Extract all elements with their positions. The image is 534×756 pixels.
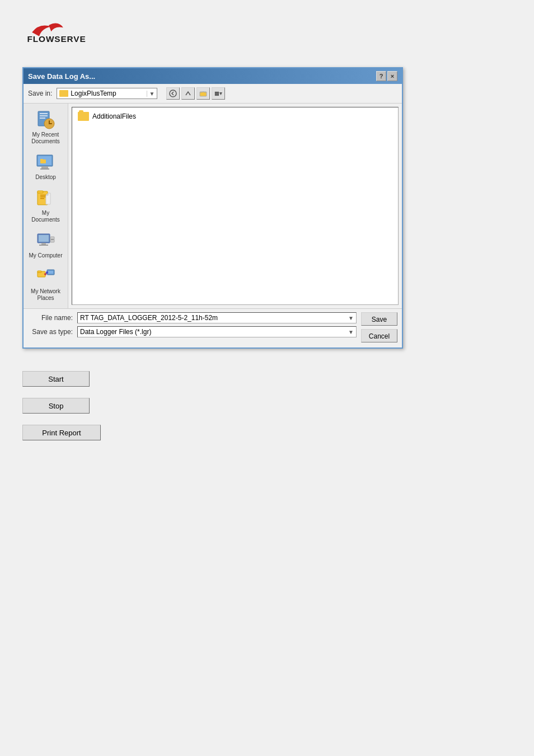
svg-rect-11 xyxy=(40,168,49,170)
filename-combo-arrow: ▼ xyxy=(348,315,354,321)
filename-row: File name: RT TAG_DATA_LOGGER_2012-5-2_1… xyxy=(28,312,357,323)
save-in-combo[interactable]: LogixPlusTemp ▼ xyxy=(57,88,157,99)
savetype-row: Save as type: Data Logger Files (*.lgr) … xyxy=(28,326,357,337)
sidebar-item-recent[interactable]: My RecentDocuments xyxy=(26,108,65,147)
svg-rect-15 xyxy=(38,191,43,193)
sidebar-item-computer[interactable]: My Computer xyxy=(26,229,65,261)
dialog-titlebar: Save Data Log As... ? × xyxy=(24,68,402,84)
folder-icon-small xyxy=(59,90,68,97)
dialog-content: My RecentDocuments Desktop xyxy=(24,104,402,308)
main-buttons-area: Start Stop Print Report xyxy=(0,354,534,457)
save-as-type-value: Data Logger Files (*.lgr) xyxy=(80,328,151,336)
file-name-label: File name: xyxy=(28,314,73,322)
save-in-row: Save in: LogixPlusTemp ▼ ▦▾ xyxy=(24,84,402,104)
svg-rect-5 xyxy=(40,115,48,116)
svg-rect-22 xyxy=(39,245,48,246)
file-name-additional: AdditionalFiles xyxy=(92,112,136,120)
print-report-button[interactable]: Print Report xyxy=(22,425,101,440)
svg-point-30 xyxy=(44,273,46,275)
help-button[interactable]: ? xyxy=(376,71,386,81)
combo-arrow-icon: ▼ xyxy=(147,91,154,97)
my-documents-icon xyxy=(36,189,56,209)
svg-rect-24 xyxy=(51,239,54,240)
view-button[interactable]: ▦▾ xyxy=(212,87,225,100)
my-documents-label: My Documents xyxy=(29,210,63,223)
my-computer-label: My Computer xyxy=(29,252,62,259)
svg-rect-21 xyxy=(41,243,46,245)
save-button[interactable]: Save xyxy=(361,312,397,326)
svg-rect-26 xyxy=(38,271,41,273)
flowserve-logo: FLOWSERVE xyxy=(22,17,90,50)
current-folder-name: LogixPlusTemp xyxy=(71,90,116,97)
dialog-sidebar: My RecentDocuments Desktop xyxy=(24,104,68,308)
new-folder-button[interactable] xyxy=(196,87,210,100)
svg-rect-20 xyxy=(39,235,49,242)
svg-point-31 xyxy=(46,271,48,274)
save-in-label: Save in: xyxy=(28,90,52,97)
svg-rect-17 xyxy=(40,196,46,198)
svg-text:FLOWSERVE: FLOWSERVE xyxy=(27,34,86,44)
dialog-bottom: File name: RT TAG_DATA_LOGGER_2012-5-2_1… xyxy=(24,308,402,348)
svg-rect-6 xyxy=(40,118,45,119)
desktop-label: Desktop xyxy=(35,174,56,181)
file-name-value: RT TAG_DATA_LOGGER_2012-5-2_11h-52m xyxy=(80,314,218,322)
folder-icon-additional xyxy=(78,112,89,121)
my-network-icon xyxy=(36,267,56,287)
close-button[interactable]: × xyxy=(387,71,397,81)
up-button[interactable] xyxy=(181,87,195,100)
sidebar-item-documents[interactable]: My Documents xyxy=(26,186,65,226)
logo-area: FLOWSERVE xyxy=(0,0,534,62)
recent-docs-icon xyxy=(36,110,56,130)
svg-point-1 xyxy=(170,90,176,97)
svg-rect-4 xyxy=(40,113,48,114)
dialog-action-buttons: Save Cancel xyxy=(361,312,397,344)
savetype-combo-arrow: ▼ xyxy=(348,329,354,335)
svg-rect-10 xyxy=(41,166,48,168)
recent-docs-label: My RecentDocuments xyxy=(31,132,60,145)
sidebar-item-desktop[interactable]: Desktop xyxy=(26,151,65,183)
svg-rect-13 xyxy=(40,159,43,161)
my-computer-icon xyxy=(36,231,56,251)
sidebar-item-network[interactable]: My NetworkPlaces xyxy=(26,265,65,304)
titlebar-buttons: ? × xyxy=(376,71,397,81)
toolbar-buttons: ▦▾ xyxy=(166,87,225,100)
stop-button[interactable]: Stop xyxy=(22,398,90,414)
my-network-label: My NetworkPlaces xyxy=(31,288,60,302)
cancel-button[interactable]: Cancel xyxy=(361,329,397,342)
back-button[interactable] xyxy=(166,87,180,100)
svg-rect-18 xyxy=(40,198,44,199)
file-item-additional[interactable]: AdditionalFiles xyxy=(76,111,395,122)
dialog-title: Save Data Log As... xyxy=(28,72,95,81)
save-dialog: Save Data Log As... ? × Save in: LogixPl… xyxy=(22,67,403,349)
svg-rect-16 xyxy=(40,195,46,196)
dialog-filelist[interactable]: AdditionalFiles xyxy=(72,107,399,305)
file-name-input[interactable]: RT TAG_DATA_LOGGER_2012-5-2_11h-52m ▼ xyxy=(77,312,357,323)
save-as-type-label: Save as type: xyxy=(28,328,73,336)
desktop-icon xyxy=(36,153,56,173)
svg-rect-28 xyxy=(48,271,53,274)
start-button[interactable]: Start xyxy=(22,371,90,387)
save-as-type-input[interactable]: Data Logger Files (*.lgr) ▼ xyxy=(77,326,357,337)
